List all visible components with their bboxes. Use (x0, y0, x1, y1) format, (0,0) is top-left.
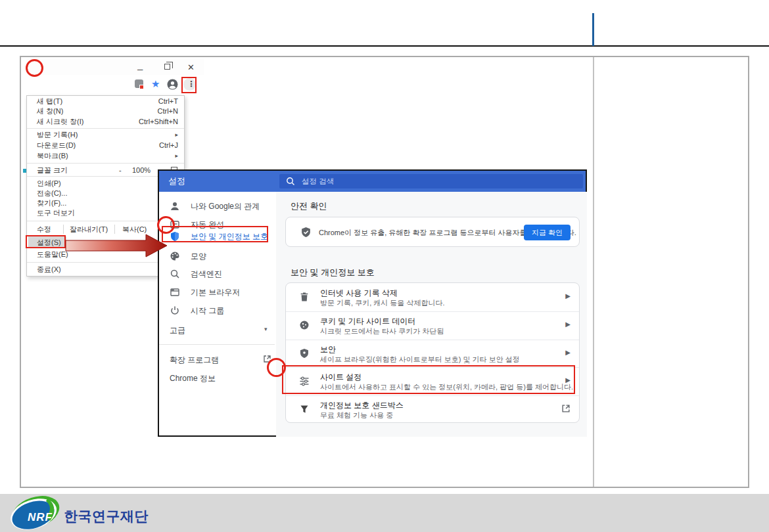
sidebar-divider (159, 344, 275, 345)
slide-page: – ✕ ★ ⋮ 새 탭(T)Ctrl+T 새 창(N)Ctrl+N 새 시크릿 … (0, 0, 769, 532)
row-clear-browsing-data[interactable]: 인터넷 사용 기록 삭제 방문 기록, 쿠키, 캐시 등을 삭제합니다. ▶ (286, 283, 579, 311)
row-cookies[interactable]: 쿠키 및 기타 사이트 데이터 시크릿 모드에서는 타사 쿠키가 차단됨 ▶ (286, 311, 579, 340)
menu-separator (27, 163, 184, 164)
power-icon (170, 305, 180, 316)
safety-check-card: Chrome이 정보 유출, 유해한 확장 프로그램 등으로부터 사용자를 보호… (285, 217, 580, 247)
annotation-box-menu-icon (181, 77, 197, 93)
sidebar-item-appearance[interactable]: 모양 (164, 250, 276, 262)
submenu-arrow-icon: ▸ (175, 129, 178, 140)
frame-column-divider (593, 57, 594, 487)
submenu-arrow-icon: ▸ (175, 150, 178, 161)
open-in-new-icon (561, 404, 571, 416)
extension-badge (139, 85, 144, 89)
zoom-out-control[interactable]: - (119, 165, 122, 175)
organization-name: 한국연구재단 (64, 507, 149, 525)
annotation-arrow (64, 231, 170, 263)
bookmark-star-icon[interactable]: ★ (151, 78, 160, 90)
annotation-box-settings-item (26, 235, 66, 248)
privacy-card: 인터넷 사용 기록 삭제 방문 기록, 쿠키, 캐시 등을 삭제합니다. ▶ 쿠… (285, 282, 580, 423)
close-button[interactable]: ✕ (187, 63, 195, 72)
menu-item-new-window[interactable]: 새 창(N)Ctrl+N (27, 106, 184, 116)
chevron-right-icon: ▶ (565, 349, 571, 356)
annotation-circle-window (26, 59, 43, 77)
cookie-icon (299, 320, 310, 333)
settings-title: 설정 (168, 171, 185, 192)
sidebar-item-search-engine[interactable]: 검색엔진 (164, 268, 276, 280)
sidebar-item-default-browser[interactable]: 기본 브라우저 (164, 286, 276, 298)
shield-check-icon (300, 227, 312, 240)
zoom-level: 100% (132, 165, 151, 175)
palette-icon (170, 251, 180, 261)
flask-icon (299, 404, 310, 417)
menu-item-bookmarks[interactable]: 북마크(B)▸ (27, 150, 184, 161)
top-horizontal-rule (0, 45, 769, 47)
row-security[interactable]: 보안 세이프 브라우징(위험한 사이트로부터 보호) 및 기타 보안 설정 ▶ (286, 340, 579, 368)
annotation-box-site-settings (282, 365, 575, 394)
sidebar-item-extensions[interactable]: 확장 프로그램 (164, 354, 276, 366)
settings-search-box[interactable] (279, 174, 583, 188)
restore-button[interactable] (164, 64, 170, 70)
sidebar-item-advanced[interactable]: 고급 ▾ (164, 324, 276, 336)
chevron-down-icon: ▾ (264, 326, 268, 332)
safety-check-heading: 안전 확인 (291, 200, 327, 212)
browser-icon (170, 287, 180, 298)
menu-item-incognito[interactable]: 새 시크릿 창(I)Ctrl+Shift+N (27, 116, 184, 127)
search-input[interactable] (302, 174, 578, 188)
check-now-button[interactable]: 지금 확인 (524, 225, 571, 240)
menu-item-downloads[interactable]: 다운로드(D)Ctrl+J (27, 140, 184, 150)
sidebar-item-you-and-google[interactable]: 나와 Google의 관계 (164, 200, 276, 212)
sidebar-item-about-chrome[interactable]: Chrome 정보 (164, 372, 276, 384)
menu-separator (27, 128, 184, 129)
annotation-box-sidebar-item (162, 226, 268, 242)
magnifier-icon (170, 269, 180, 279)
sidebar-item-startup[interactable]: 시작 그룹 (164, 305, 276, 317)
profile-icon[interactable] (167, 79, 178, 93)
person-icon (170, 201, 180, 211)
chevron-right-icon: ▶ (565, 292, 571, 299)
top-blue-tick (592, 13, 594, 46)
row-privacy-sandbox[interactable]: 개인정보 보호 샌드박스 무료 체험 기능 사용 중 (286, 395, 579, 424)
menu-item-new-tab[interactable]: 새 탭(T)Ctrl+T (27, 96, 184, 106)
search-icon (286, 177, 295, 186)
settings-panel: 설정 나와 Google의 관계 자동 완성 보안 및 개인정보 보호 모양 검… (158, 169, 587, 437)
nrf-logo-text: NRF (28, 511, 53, 524)
edit-label: 수정 (37, 224, 51, 234)
shield-icon (299, 348, 310, 361)
browser-titlebar (26, 58, 204, 75)
menu-item-history[interactable]: 방문 기록(H)▸ (27, 129, 184, 140)
chevron-right-icon: ▶ (565, 321, 571, 328)
minimize-button[interactable]: – (137, 64, 143, 73)
trash-icon (299, 292, 310, 305)
settings-header: 설정 (159, 171, 586, 192)
privacy-section-heading: 보안 및 개인정보 보호 (291, 267, 375, 278)
